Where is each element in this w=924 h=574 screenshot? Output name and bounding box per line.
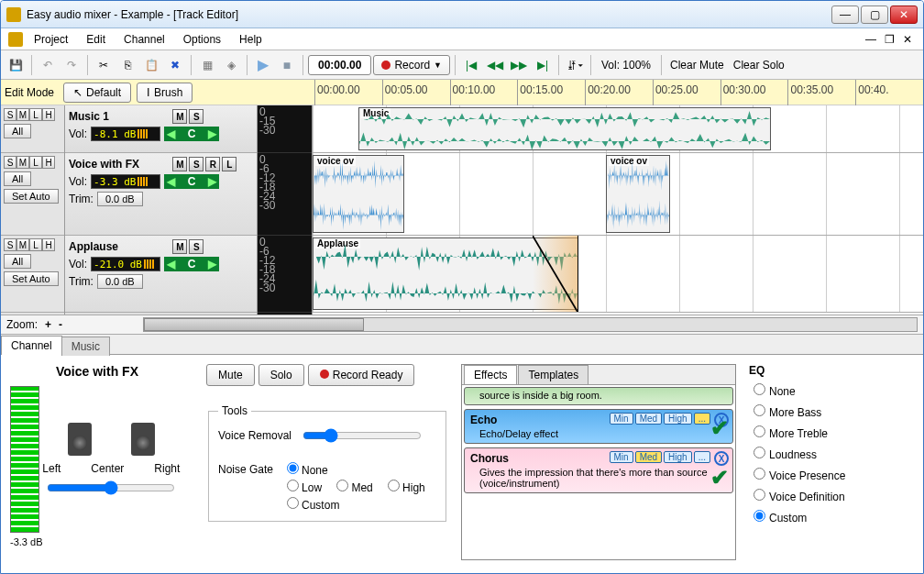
track-h-button[interactable]: H: [42, 156, 55, 169]
track-s-button[interactable]: S: [4, 156, 16, 169]
track-all-button[interactable]: All: [4, 124, 31, 138]
track-l-button[interactable]: L: [222, 157, 236, 171]
track-l-button[interactable]: L: [29, 156, 42, 169]
track-solo-button[interactable]: S: [189, 157, 204, 171]
effect-level-button[interactable]: Min: [610, 451, 633, 463]
tab-templates[interactable]: Templates: [518, 365, 588, 384]
track-s-button[interactable]: S: [4, 108, 16, 121]
tool2-icon[interactable]: ◈: [220, 54, 242, 76]
noise-gate-high[interactable]: High: [383, 481, 425, 494]
track-solo-button[interactable]: S: [189, 109, 204, 124]
forward-end-icon[interactable]: ▶|: [532, 54, 554, 76]
rewind-icon[interactable]: ◀◀: [484, 54, 506, 76]
track-pan-box[interactable]: ◀C▶: [164, 257, 219, 271]
play-icon[interactable]: ▶: [252, 54, 274, 76]
default-tool-button[interactable]: ↖Default: [63, 83, 131, 103]
effect-level-button[interactable]: Med: [635, 413, 662, 425]
minimize-button[interactable]: —: [831, 6, 859, 24]
tab-effects[interactable]: Effects: [464, 365, 517, 384]
solo-button[interactable]: Solo: [258, 364, 304, 386]
track-h-button[interactable]: H: [42, 108, 55, 121]
horizontal-scrollbar[interactable]: [143, 317, 918, 332]
audio-clip[interactable]: voice ov: [606, 155, 670, 233]
effect-level-button[interactable]: High: [664, 451, 692, 463]
effect-remove-button[interactable]: X: [714, 451, 729, 466]
menu-channel[interactable]: Channel: [116, 30, 172, 49]
waveform-area[interactable]: Music voice ov voice ov Applause: [313, 105, 923, 315]
timeline-ruler[interactable]: 00:00.0000:05.0000:10.0000:15.0000:20.00…: [314, 80, 923, 105]
track-l-button[interactable]: L: [29, 108, 42, 121]
eq-option[interactable]: Loudness: [749, 444, 868, 461]
clear-mute-button[interactable]: Clear Mute: [666, 59, 728, 72]
maximize-button[interactable]: ▢: [861, 6, 888, 24]
track-vol-meter[interactable]: -3.3 dB: [91, 174, 160, 189]
noise-gate-custom[interactable]: Custom: [282, 499, 339, 512]
menu-project[interactable]: Project: [27, 30, 75, 49]
pan-slider[interactable]: [47, 480, 175, 495]
eq-option[interactable]: Custom: [749, 507, 868, 524]
effect-level-button[interactable]: ...: [694, 413, 710, 425]
mdi-close[interactable]: ✕: [899, 33, 916, 46]
track-vol-meter[interactable]: -8.1 dB: [91, 127, 160, 141]
track-all-button[interactable]: All: [4, 171, 31, 186]
menu-options[interactable]: Options: [176, 30, 228, 49]
copy-icon[interactable]: ⎘: [116, 54, 138, 76]
eq-option[interactable]: Voice Presence: [749, 465, 868, 482]
save-icon[interactable]: 💾: [5, 54, 27, 76]
record-ready-button[interactable]: Record Ready: [308, 364, 415, 386]
mdi-minimize[interactable]: —: [863, 33, 879, 46]
effect-item[interactable]: Echo Echo/Delay effectMinMedHigh...X ✔: [464, 409, 733, 444]
track-mute-button[interactable]: M: [172, 239, 187, 254]
menu-help[interactable]: Help: [232, 30, 270, 49]
undo-icon[interactable]: ↶: [37, 54, 59, 76]
noise-gate-low[interactable]: Low: [282, 481, 322, 494]
paste-icon[interactable]: 📋: [140, 54, 162, 76]
audio-clip[interactable]: voice ov: [313, 155, 404, 233]
zoom-in-button[interactable]: +: [45, 318, 51, 331]
menu-edit[interactable]: Edit: [79, 30, 113, 49]
noise-gate-med[interactable]: Med: [332, 481, 372, 494]
track-h-button[interactable]: H: [42, 238, 55, 251]
tab-music[interactable]: Music: [61, 337, 110, 356]
effect-level-button[interactable]: Med: [635, 451, 662, 463]
rewind-start-icon[interactable]: |◀: [460, 54, 482, 76]
effect-level-button[interactable]: High: [664, 413, 692, 425]
eq-option[interactable]: More Bass: [749, 402, 868, 419]
effect-level-button[interactable]: ...: [694, 451, 710, 463]
track-vol-meter[interactable]: -21.0 dB: [91, 257, 160, 271]
track-mute-button[interactable]: M: [172, 109, 187, 124]
audio-clip[interactable]: Music: [358, 107, 771, 150]
track-trim-value[interactable]: 0.0 dB: [97, 192, 143, 206]
track-m-button[interactable]: M: [16, 108, 29, 121]
voice-removal-slider[interactable]: [302, 428, 422, 443]
track-m-button[interactable]: M: [16, 238, 29, 251]
loop-icon[interactable]: ⭿▾: [564, 54, 586, 76]
forward-icon[interactable]: ▶▶: [508, 54, 530, 76]
redo-icon[interactable]: ↷: [60, 54, 82, 76]
mute-button[interactable]: Mute: [206, 364, 255, 386]
effect-level-button[interactable]: Min: [610, 413, 633, 425]
track-l-button[interactable]: L: [29, 238, 42, 251]
noise-gate-none[interactable]: None: [282, 464, 328, 477]
track-solo-button[interactable]: S: [189, 239, 204, 254]
eq-option[interactable]: More Treble: [749, 423, 868, 440]
effect-item[interactable]: Chorus Gives the impression that there's…: [464, 447, 733, 493]
eq-option[interactable]: None: [749, 381, 868, 398]
zoom-out-button[interactable]: -: [59, 318, 62, 331]
mdi-restore[interactable]: ❐: [881, 33, 897, 46]
track-r-button[interactable]: R: [205, 157, 220, 171]
close-button[interactable]: ✕: [890, 6, 918, 24]
brush-tool-button[interactable]: ⅠBrush: [137, 83, 192, 103]
tool1-icon[interactable]: ▦: [196, 54, 218, 76]
track-all-button[interactable]: All: [4, 254, 31, 269]
track-setauto-button[interactable]: Set Auto: [4, 271, 59, 286]
eq-option[interactable]: Voice Definition: [749, 486, 868, 503]
track-pan-box[interactable]: ◀C▶: [164, 174, 219, 189]
effect-item[interactable]: source is inside a big room.: [464, 387, 733, 405]
tab-channel[interactable]: Channel: [1, 336, 62, 355]
clear-solo-button[interactable]: Clear Solo: [730, 59, 788, 72]
track-s-button[interactable]: S: [4, 238, 16, 251]
track-trim-value[interactable]: 0.0 dB: [97, 274, 143, 289]
stop-icon[interactable]: ■: [276, 54, 298, 76]
track-setauto-button[interactable]: Set Auto: [4, 189, 59, 204]
